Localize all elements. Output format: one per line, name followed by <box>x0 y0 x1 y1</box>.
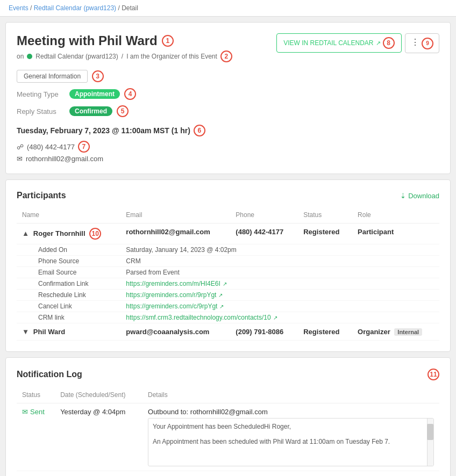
reply-status-row: Reply Status Confirmed 5 <box>17 105 439 117</box>
external-link-icon: ↗ <box>376 40 381 47</box>
notification-header-row: Status Date (Scheduled/Sent) Details <box>17 387 439 403</box>
annotation-4: 4 <box>124 88 136 100</box>
phone-row: ☍ (480) 442-4177 7 <box>17 141 439 153</box>
meeting-type-badge: Appointment <box>69 89 120 99</box>
phil-status: Registered <box>298 323 352 341</box>
download-icon: ⇣ <box>400 192 406 200</box>
notification-log-table: Status Date (Scheduled/Sent) Details ✉ S… <box>17 387 439 471</box>
reply-status-badge: Confirmed <box>69 106 112 116</box>
detail-row-reschedule-link: Reschedule Link https://greminders.com/r… <box>17 290 439 301</box>
phil-role: Organizer Internal <box>352 323 439 341</box>
external-icon: ↗ <box>273 315 277 321</box>
header-actions: VIEW IN REDTAIL CALENDAR ↗ 8 ⋮ 9 <box>276 33 439 53</box>
reschedule-link[interactable]: https://greminders.com/r/9rpYgt ↗ <box>126 291 434 299</box>
annotation-5: 5 <box>117 105 129 117</box>
phone-icon: ☍ <box>17 143 24 151</box>
sent-label: Sent <box>30 408 45 416</box>
notification-details: Outbound to: rothornhill02@gmail.com You… <box>142 403 439 471</box>
more-options-button[interactable]: ⋮ 9 <box>405 33 439 53</box>
reply-status-label: Reply Status <box>17 107 65 116</box>
external-icon: ↗ <box>219 304 224 309</box>
expand-button-roger[interactable]: ▲ <box>22 229 29 237</box>
expand-button-phil[interactable]: ▼ <box>22 328 29 336</box>
sent-status-link[interactable]: ✉ Sent <box>22 408 49 416</box>
breadcrumb: Events / Redtail Calendar (pward123) / D… <box>0 0 456 17</box>
col-name: Name <box>17 207 120 223</box>
event-datetime: Tuesday, February 7, 2023 @ 11:00am MST … <box>17 125 439 136</box>
col-status: Status <box>17 387 55 403</box>
col-details: Details <box>142 387 439 403</box>
tab-bar: General Information 3 <box>17 70 439 83</box>
col-role: Role <box>352 207 439 223</box>
event-title-row: Meeting with Phil Ward 1 <box>17 33 232 48</box>
detail-row-phone-source: Phone Source CRM <box>17 256 439 267</box>
event-detail-card: Meeting with Phil Ward 1 on Redtail Cale… <box>5 22 451 174</box>
roger-phone: (480) 442-4177 <box>230 223 298 244</box>
phone-number: (480) 442-4177 <box>27 143 75 151</box>
roger-email: rothornhill02@gmail.com <box>120 223 230 244</box>
meeting-type-label: Meeting Type <box>17 90 65 98</box>
confirmation-link[interactable]: https://greminders.com/m/HI4E6I ↗ <box>126 280 434 287</box>
table-header-row: Name Email Phone Status Role <box>17 207 439 223</box>
breadcrumb-calendar[interactable]: Redtail Calendar (pward123) <box>34 4 116 12</box>
subtitle-calendar: Redtail Calendar (pward123) <box>35 53 118 60</box>
notification-body: Your Appointment has been ScheduledHi Ro… <box>148 418 434 466</box>
annotation-3: 3 <box>92 70 104 82</box>
notification-log-header: Notification Log 11 <box>17 369 439 380</box>
event-title-text: Meeting with Phil Ward <box>17 33 158 48</box>
participant-name-roger: Roger Thornhill <box>33 229 86 237</box>
subtitle-on: on <box>17 53 24 60</box>
detail-row-crm-link: CRM link https://smf.crm3.redtailtechnol… <box>17 312 439 323</box>
email-icon: ✉ <box>22 408 28 416</box>
roger-role: Participant <box>352 223 439 244</box>
crm-link[interactable]: https://smf.crm3.redtailtechnology.com/c… <box>126 314 434 321</box>
participant-name-phil: Phil Ward <box>33 328 65 336</box>
phil-phone: (209) 791-8086 <box>230 323 298 341</box>
cancel-link[interactable]: https://greminders.com/c/9rpYgt ↗ <box>126 302 434 310</box>
col-status: Status <box>298 207 352 223</box>
calendar-dot <box>27 54 32 59</box>
annotation-2: 2 <box>220 51 232 62</box>
participants-card: Participants ⇣ Download Name Email Phone… <box>5 179 451 352</box>
table-row: ▲ Roger Thornhill 10 rothornhill02@gmail… <box>17 223 439 244</box>
annotation-10: 10 <box>89 228 101 240</box>
col-email: Email <box>120 207 230 223</box>
notification-log-card: Notification Log 11 Status Date (Schedul… <box>5 357 451 476</box>
view-in-calendar-button[interactable]: VIEW IN REDTAIL CALENDAR ↗ 8 <box>276 33 401 53</box>
notification-log-title: Notification Log <box>17 370 82 379</box>
detail-row-cancel-link: Cancel Link https://greminders.com/c/9rp… <box>17 301 439 312</box>
internal-badge: Internal <box>394 328 422 336</box>
detail-row-confirmation-link: Confirmation Link https://greminders.com… <box>17 278 439 290</box>
tab-general-information[interactable]: General Information <box>17 70 88 83</box>
roger-status: Registered <box>298 223 352 244</box>
participants-title: Participants <box>17 191 66 200</box>
external-icon: ↗ <box>218 292 223 298</box>
col-phone: Phone <box>230 207 298 223</box>
outbound-to: Outbound to: rothornhill02@gmail.com <box>148 408 434 416</box>
annotation-6: 6 <box>194 125 205 136</box>
participants-header: Participants ⇣ Download <box>17 191 439 200</box>
annotation-9: 9 <box>422 38 433 49</box>
notification-date: Yesterday @ 4:04pm <box>55 403 142 471</box>
email-address: rothornhill02@gmail.com <box>26 155 103 163</box>
breadcrumb-events[interactable]: Events <box>9 4 28 12</box>
annotation-8: 8 <box>383 37 395 49</box>
annotation-1: 1 <box>162 35 174 47</box>
notification-row: ✉ Sent Yesterday @ 4:04pm Outbound to: r… <box>17 403 439 471</box>
event-subtitle: on Redtail Calendar (pward123) / I am th… <box>17 51 232 62</box>
contact-info: ☍ (480) 442-4177 7 ✉ rothornhill02@gmail… <box>17 141 439 163</box>
detail-row-added-on: Added On Saturday, January 14, 2023 @ 4:… <box>17 244 439 256</box>
table-row: ▼ Phil Ward pward@coaanalysis.com (209) … <box>17 323 439 341</box>
participants-table: Name Email Phone Status Role ▲ Roger Tho… <box>17 207 439 341</box>
download-button[interactable]: ⇣ Download <box>400 192 439 200</box>
email-icon: ✉ <box>17 155 23 163</box>
col-date: Date (Scheduled/Sent) <box>55 387 142 403</box>
detail-row-email-source: Email Source Parsed from Event <box>17 267 439 278</box>
external-icon: ↗ <box>223 281 227 287</box>
meeting-type-row: Meeting Type Appointment 4 <box>17 88 439 100</box>
annotation-11: 11 <box>428 369 439 380</box>
email-row: ✉ rothornhill02@gmail.com <box>17 155 439 163</box>
phil-email: pward@coaanalysis.com <box>120 323 230 341</box>
annotation-7: 7 <box>78 141 90 153</box>
subtitle-role: I am the Organizer of this Event <box>126 53 217 60</box>
